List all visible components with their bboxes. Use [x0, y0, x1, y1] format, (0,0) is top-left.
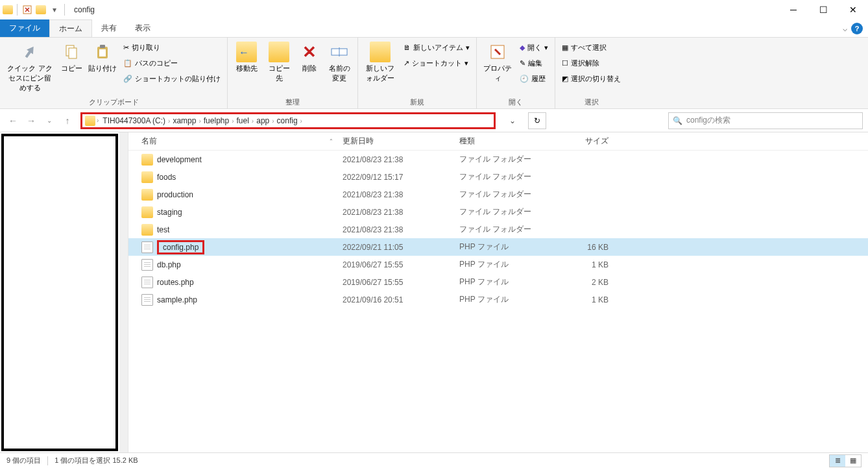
chevron-right-icon[interactable]: › — [97, 117, 99, 124]
breadcrumb-segment[interactable]: fuel — [234, 116, 252, 125]
chevron-right-icon[interactable]: › — [300, 117, 302, 125]
file-size: 2 KB — [557, 278, 615, 287]
table-row[interactable]: production2021/08/23 21:38ファイル フォルダー — [128, 186, 868, 203]
file-name: config.php — [157, 240, 204, 254]
icons-view-button[interactable]: ▦ — [845, 455, 861, 467]
column-name[interactable]: 名前⌃ — [128, 136, 343, 147]
newfolder-button[interactable]: 新しいフォルダー — [362, 40, 398, 84]
close-button[interactable]: ✕ — [838, 0, 868, 19]
details-view-button[interactable]: ≣ — [830, 455, 845, 467]
selectall-button[interactable]: ▦すべて選択 — [559, 40, 623, 55]
invert-button[interactable]: ◩選択の切り替え — [559, 71, 623, 86]
file-icon — [141, 294, 153, 306]
pane-divider[interactable] — [119, 132, 128, 452]
file-date: 2022/09/21 11:05 — [343, 243, 459, 252]
tab-view[interactable]: 表示 — [126, 19, 160, 37]
pin-quickaccess-button[interactable]: クイック アクセスにピン留めする — [4, 40, 56, 94]
pasteshortcut-button[interactable]: 🔗ショートカットの貼り付け — [121, 71, 223, 86]
svg-rect-4 — [100, 45, 105, 48]
column-date[interactable]: 更新日時 — [343, 136, 459, 147]
delete-icon: ✕ — [299, 42, 320, 62]
copy-button[interactable]: コピー — [58, 40, 84, 75]
table-row[interactable]: config.php2022/09/21 11:05PHP ファイル16 KB — [128, 238, 868, 256]
tab-file[interactable]: ファイル — [0, 19, 49, 37]
ribbon-group-select: ▦すべて選択 ☐選択解除 ◩選択の切り替え 選択 — [555, 38, 627, 108]
file-name: staging — [157, 208, 182, 217]
qat-dropdown-icon[interactable]: ▾ — [49, 4, 60, 16]
file-date: 2019/06/27 15:55 — [343, 260, 459, 269]
file-date: 2021/08/23 21:38 — [343, 208, 459, 217]
history-button[interactable]: 🕘履歴 — [517, 71, 551, 86]
folder-icon — [141, 206, 153, 218]
cut-button[interactable]: ✂切り取り — [121, 40, 223, 55]
folder-icon — [141, 154, 153, 166]
file-icon — [141, 241, 153, 253]
copypath-button[interactable]: 📋パスのコピー — [121, 56, 223, 70]
file-date: 2021/08/23 21:38 — [343, 190, 459, 199]
navigation-pane[interactable] — [1, 134, 118, 451]
maximize-button[interactable]: ☐ — [808, 0, 838, 19]
properties-button[interactable]: プロパティ — [481, 40, 514, 84]
column-size[interactable]: サイズ — [557, 136, 615, 147]
moveto-icon: ← — [236, 42, 257, 62]
forward-button[interactable]: → — [23, 113, 39, 129]
shortcut-icon: 🔗 — [123, 75, 132, 83]
recent-dropdown[interactable]: ⌄ — [42, 113, 57, 129]
collapse-ribbon-icon[interactable]: ⌵ — [843, 24, 847, 33]
breadcrumb-segment[interactable]: fuelphp — [201, 116, 232, 125]
tab-home[interactable]: ホーム — [49, 19, 92, 37]
table-row[interactable]: development2021/08/23 21:38ファイル フォルダー — [128, 151, 868, 168]
help-icon[interactable]: ? — [851, 23, 863, 34]
file-name: test — [157, 225, 169, 234]
minimize-button[interactable]: ─ — [778, 0, 808, 19]
address-dropdown[interactable]: ⌄ — [505, 113, 520, 129]
search-input[interactable]: 🔍 configの検索 — [668, 112, 863, 129]
delete-button[interactable]: ✕ 削除 — [296, 40, 322, 75]
svg-rect-5 — [99, 49, 106, 56]
newitem-button[interactable]: 🗎新しいアイテム ▾ — [401, 40, 472, 55]
table-row[interactable]: test2021/08/23 21:38ファイル フォルダー — [128, 221, 868, 238]
open-icon: ◆ — [520, 43, 525, 52]
table-row[interactable]: sample.php2021/09/16 20:51PHP ファイル1 KB — [128, 291, 868, 308]
file-type: ファイル フォルダー — [459, 171, 557, 182]
scissors-icon: ✂ — [123, 43, 129, 52]
back-button[interactable]: ← — [5, 113, 21, 129]
table-row[interactable]: db.php2019/06/27 15:55PHP ファイル1 KB — [128, 256, 868, 273]
breadcrumb-segment[interactable]: app — [254, 116, 272, 125]
open-button[interactable]: ◆開く ▾ — [517, 40, 551, 55]
search-placeholder: configの検索 — [686, 115, 730, 126]
title-bar: ▾ config ─ ☐ ✕ — [0, 0, 868, 19]
rename-button[interactable]: 名前の変更 — [325, 40, 354, 84]
qat-properties-icon[interactable] — [21, 4, 33, 16]
newitem-icon: 🗎 — [404, 43, 411, 51]
ribbon-group-new: 新しいフォルダー 🗎新しいアイテム ▾ ↗ショートカット ▾ 新規 — [358, 38, 477, 108]
selectall-icon: ▦ — [562, 43, 568, 52]
tab-share[interactable]: 共有 — [92, 19, 126, 37]
refresh-button[interactable]: ↻ — [528, 112, 546, 129]
folder-icon — [141, 189, 153, 201]
moveto-button[interactable]: ← 移動先 — [232, 40, 261, 75]
content-area: 名前⌃ 更新日時 種類 サイズ development2021/08/23 21… — [0, 132, 868, 452]
up-button[interactable]: ↑ — [60, 113, 75, 129]
column-type[interactable]: 種類 — [459, 136, 557, 147]
copyto-button[interactable]: コピー先 — [264, 40, 294, 84]
breadcrumb-segment[interactable]: xampp — [170, 116, 199, 125]
paste-button[interactable]: 貼り付け — [87, 40, 118, 75]
newshortcut-button[interactable]: ↗ショートカット ▾ — [401, 56, 472, 70]
file-size: 1 KB — [557, 295, 615, 304]
qat-newfolder-icon[interactable] — [36, 5, 46, 14]
table-row[interactable]: foods2022/09/12 15:17ファイル フォルダー — [128, 168, 868, 186]
address-folder-icon — [85, 116, 95, 126]
paste-icon — [92, 42, 113, 62]
breadcrumb-segment[interactable]: TIH0447300A (C:) — [100, 116, 168, 125]
breadcrumb-segment[interactable]: config — [274, 116, 300, 125]
chevron-right-icon[interactable]: › — [232, 117, 234, 125]
address-bar[interactable]: › TIH0447300A (C:)›xampp›fuelphp›fuel›ap… — [80, 112, 496, 129]
table-row[interactable]: staging2021/08/23 21:38ファイル フォルダー — [128, 203, 868, 221]
file-date: 2021/08/23 21:38 — [343, 155, 459, 164]
selectnone-button[interactable]: ☐選択解除 — [559, 56, 623, 70]
file-date: 2021/08/23 21:38 — [343, 225, 459, 234]
table-row[interactable]: routes.php2019/06/27 15:55PHP ファイル2 KB — [128, 273, 868, 291]
edit-button[interactable]: ✎編集 — [517, 56, 551, 70]
ribbon-group-open: プロパティ ◆開く ▾ ✎編集 🕘履歴 開く — [477, 38, 555, 108]
